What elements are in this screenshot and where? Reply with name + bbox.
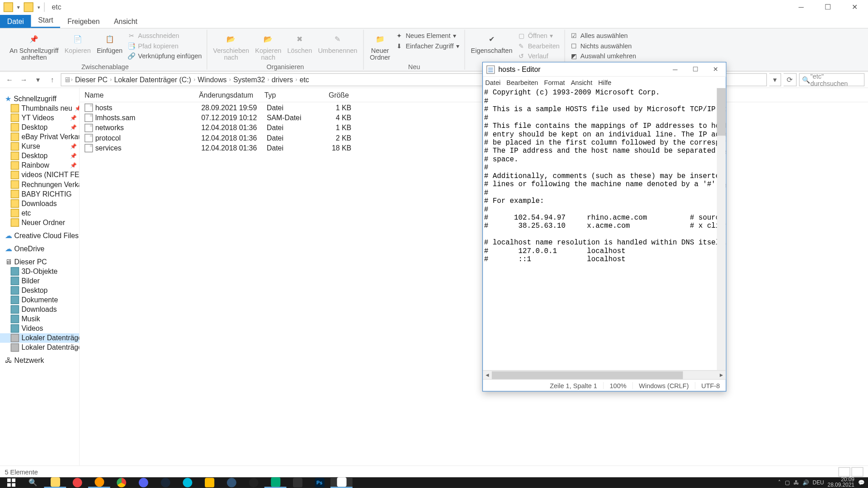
taskbar-obs[interactable] xyxy=(242,477,264,488)
notepad-menu-view[interactable]: Ansicht xyxy=(571,79,593,86)
network-node[interactable]: 🖧Netzwerk xyxy=(0,356,79,366)
thispc-item[interactable]: Lokaler Datenträger (C xyxy=(0,333,79,343)
notepad-menu-help[interactable]: Hilfe xyxy=(598,79,611,86)
taskbar-notepad[interactable] xyxy=(330,477,353,488)
copypath-button[interactable]: 📑Pfad kopieren xyxy=(126,41,203,51)
tray-icon[interactable]: ▢ xyxy=(785,480,790,486)
col-name[interactable]: Name xyxy=(80,91,198,99)
quickaccess-item[interactable]: Rechnungen Verkau📌 xyxy=(0,180,79,189)
col-type[interactable]: Typ xyxy=(264,91,324,99)
rename-button[interactable]: ✎Umbenennen xyxy=(316,31,360,61)
thispc-node[interactable]: 🖥Dieser PC xyxy=(0,257,79,267)
notepad-minimize[interactable]: ─ xyxy=(665,63,685,76)
quickaccess-item[interactable]: Thumbnails neu📌 xyxy=(0,103,79,113)
quickaccess-item[interactable]: YT Videos📌 xyxy=(0,113,79,122)
view-icons-button[interactable] xyxy=(851,467,863,476)
onedrive-node[interactable]: ☁OneDrive xyxy=(0,244,79,253)
notepad-vscrollbar[interactable] xyxy=(717,88,726,370)
thispc-item[interactable]: Desktop xyxy=(0,286,79,295)
notepad-menu-edit[interactable]: Bearbeiten xyxy=(506,79,538,86)
quickaccess-item[interactable]: Kurse📌 xyxy=(0,141,79,151)
taskbar-steam[interactable] xyxy=(154,477,176,488)
paste-button[interactable]: 📋Einfügen xyxy=(94,31,125,61)
back-button[interactable]: ← xyxy=(4,74,15,85)
copyto-button[interactable]: 📂Kopieren nach xyxy=(253,31,284,61)
quickaccess-item[interactable]: BABY RICHTIG xyxy=(0,189,79,199)
quickaccess-node[interactable]: ★Schnellzugriff xyxy=(0,94,79,103)
copy-button[interactable]: 📄Kopieren xyxy=(62,31,93,61)
edit-button[interactable]: ✎Bearbeiten xyxy=(516,41,561,51)
pastelink-button[interactable]: 🔗Verknüpfung einfügen xyxy=(126,51,203,61)
file-row[interactable]: services12.04.2018 01:36Datei18 KB xyxy=(80,143,868,153)
nav-tree[interactable]: ★Schnellzugriff Thumbnails neu📌YT Videos… xyxy=(0,88,80,469)
selectall-button[interactable]: ☑Alles auswählen xyxy=(569,31,629,40)
file-row[interactable]: protocol12.04.2018 01:36Datei2 KB xyxy=(80,133,868,143)
newitem-button[interactable]: ✦Neues Element ▾ xyxy=(394,31,461,40)
taskbar-app1[interactable] xyxy=(176,477,198,488)
file-row[interactable]: networks12.04.2018 01:36Datei1 KB xyxy=(80,122,868,132)
thispc-item[interactable]: Downloads xyxy=(0,305,79,314)
quickaccess-item[interactable]: Desktop📌 xyxy=(0,151,79,161)
thispc-item[interactable]: Lokaler Datenträger (D xyxy=(0,343,79,352)
taskbar-app5[interactable] xyxy=(286,477,308,488)
quickaccess-item[interactable]: videos (NICHT FERT📌 xyxy=(0,170,79,180)
thispc-item[interactable]: Videos xyxy=(0,324,79,333)
delete-button[interactable]: ✖Löschen xyxy=(285,31,314,61)
taskbar-opera[interactable] xyxy=(66,477,88,488)
search-input[interactable]: 🔍 "etc" durchsuchen xyxy=(799,73,864,86)
invertsel-button[interactable]: ◩Auswahl umkehren xyxy=(569,51,637,61)
up-button[interactable]: ↑ xyxy=(47,74,58,85)
qat-dropdown2[interactable]: ▾ xyxy=(36,2,42,12)
notepad-titlebar[interactable]: hosts - Editor ─ ☐ ✕ xyxy=(483,62,726,77)
quickaccess-item[interactable]: Downloads xyxy=(0,199,79,208)
quickaccess-item[interactable]: etc xyxy=(0,208,79,218)
quickaccess-item[interactable]: Rainbow📌 xyxy=(0,161,79,170)
pin-quickaccess-button[interactable]: 📌An Schnellzugriff anheften xyxy=(7,31,61,61)
taskbar-app3[interactable] xyxy=(220,477,242,488)
cut-button[interactable]: ✂Ausschneiden xyxy=(126,31,203,40)
tab-file[interactable]: Datei xyxy=(0,15,31,28)
tab-start[interactable]: Start xyxy=(31,14,61,28)
taskbar-app4[interactable] xyxy=(264,477,287,488)
ccf-node[interactable]: ☁Creative Cloud Files xyxy=(0,231,79,240)
taskbar-firefox[interactable] xyxy=(88,477,110,488)
col-date[interactable]: Änderungsdatum xyxy=(199,91,264,99)
taskbar-explorer[interactable] xyxy=(44,477,66,488)
notepad-textarea[interactable]: # Copyright (c) 1993-2009 Microsoft Corp… xyxy=(483,88,726,370)
view-details-button[interactable] xyxy=(838,467,850,476)
taskbar-chrome[interactable] xyxy=(110,477,132,488)
start-button[interactable] xyxy=(0,477,22,488)
taskbar-photoshop[interactable]: Ps xyxy=(308,477,330,488)
qat-dropdown[interactable]: ▼ xyxy=(15,2,21,12)
history-button[interactable]: ↺Verlauf xyxy=(516,51,561,61)
taskbar[interactable]: 🔍 Ps ˄ ▢ 🖧 🔊 DEU 20:0928.09.2021 💬 xyxy=(0,477,868,488)
tray-network-icon[interactable]: 🖧 xyxy=(793,480,799,486)
col-size[interactable]: Größe xyxy=(324,91,354,99)
quickaccess-item[interactable]: Desktop📌 xyxy=(0,122,79,132)
minimize-button[interactable]: ─ xyxy=(788,0,814,14)
newfolder-button[interactable]: 📁Neuer Ordner xyxy=(368,31,393,61)
thispc-item[interactable]: Dokumente xyxy=(0,295,79,305)
column-headers[interactable]: Name Änderungsdatum Typ Größe xyxy=(80,88,868,103)
notepad-close[interactable]: ✕ xyxy=(706,63,726,76)
tray-volume-icon[interactable]: 🔊 xyxy=(802,480,809,486)
thispc-item[interactable]: 3D-Objekte xyxy=(0,267,79,276)
thispc-item[interactable]: Musik xyxy=(0,314,79,324)
properties-button[interactable]: ✔Eigenschaften xyxy=(468,31,514,61)
refresh-button[interactable]: ⟳ xyxy=(783,73,797,86)
open-button[interactable]: ▢Öffnen ▾ xyxy=(516,31,561,40)
tab-share[interactable]: Freigeben xyxy=(60,15,107,28)
recent-dropdown[interactable]: ▾ xyxy=(32,74,44,85)
maximize-button[interactable]: ☐ xyxy=(815,0,841,14)
easyaccess-button[interactable]: ⬇Einfacher Zugriff ▾ xyxy=(394,41,461,51)
notepad-menu-file[interactable]: Datei xyxy=(485,79,500,86)
tray-notifications-icon[interactable]: 💬 xyxy=(858,480,864,486)
notepad-menu-format[interactable]: Format xyxy=(544,79,565,86)
file-row[interactable]: lmhosts.sam07.12.2019 10:12SAM-Datei4 KB xyxy=(80,113,868,122)
notepad-hscrollbar[interactable]: ◄► xyxy=(483,370,726,379)
tray-lang[interactable]: DEU xyxy=(813,480,824,486)
selectnone-button[interactable]: ☐Nichts auswählen xyxy=(569,41,633,51)
taskbar-app2[interactable] xyxy=(198,477,221,488)
quickaccess-item[interactable]: Neuer Ordner xyxy=(0,218,79,227)
file-row[interactable]: hosts28.09.2021 19:59Datei1 KB xyxy=(80,103,868,113)
